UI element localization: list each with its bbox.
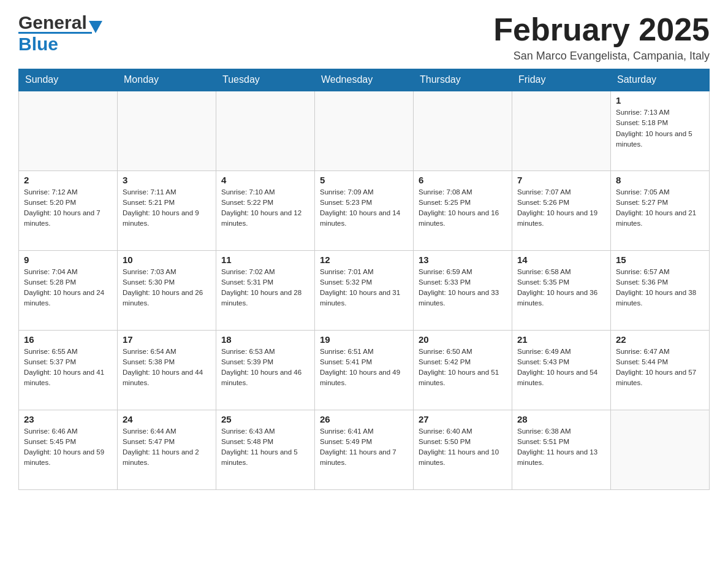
day-of-week-tuesday: Tuesday — [216, 69, 315, 91]
day-number: 20 — [419, 334, 507, 345]
day-number: 22 — [616, 334, 704, 345]
day-info: Sunrise: 6:46 AMSunset: 5:45 PMDaylight:… — [24, 426, 112, 469]
day-info: Sunrise: 6:44 AMSunset: 5:47 PMDaylight:… — [123, 426, 211, 469]
calendar-day-cell: 5Sunrise: 7:09 AMSunset: 5:23 PMDaylight… — [315, 170, 414, 250]
calendar-week-row: 9Sunrise: 7:04 AMSunset: 5:28 PMDaylight… — [19, 250, 710, 330]
day-number: 23 — [24, 414, 112, 424]
calendar-day-cell: 12Sunrise: 7:01 AMSunset: 5:32 PMDayligh… — [315, 250, 414, 330]
day-number: 10 — [123, 255, 211, 265]
calendar-week-row: 2Sunrise: 7:12 AMSunset: 5:20 PMDaylight… — [19, 170, 710, 250]
day-number: 16 — [24, 334, 112, 345]
day-info: Sunrise: 7:10 AMSunset: 5:22 PMDaylight:… — [221, 187, 309, 229]
day-info: Sunrise: 6:58 AMSunset: 5:35 PMDaylight:… — [517, 267, 605, 309]
calendar-day-cell: 6Sunrise: 7:08 AMSunset: 5:25 PMDaylight… — [414, 170, 512, 250]
calendar-day-cell: 27Sunrise: 6:40 AMSunset: 5:50 PMDayligh… — [414, 410, 512, 489]
day-number: 28 — [517, 414, 605, 424]
day-number: 2 — [24, 175, 112, 185]
day-number: 15 — [616, 255, 704, 265]
calendar-day-cell: 16Sunrise: 6:55 AMSunset: 5:37 PMDayligh… — [19, 330, 118, 410]
day-of-week-wednesday: Wednesday — [315, 69, 414, 91]
day-number: 24 — [123, 414, 211, 424]
calendar-day-cell: 3Sunrise: 7:11 AMSunset: 5:21 PMDaylight… — [118, 170, 216, 250]
day-info: Sunrise: 6:54 AMSunset: 5:38 PMDaylight:… — [123, 347, 211, 389]
calendar-day-cell — [118, 91, 216, 170]
day-info: Sunrise: 7:04 AMSunset: 5:28 PMDaylight:… — [24, 267, 112, 309]
day-number: 9 — [24, 255, 112, 265]
calendar-day-cell: 26Sunrise: 6:41 AMSunset: 5:49 PMDayligh… — [315, 410, 414, 489]
day-number: 6 — [419, 175, 507, 185]
logo: General Blue — [18, 12, 102, 55]
day-info: Sunrise: 6:51 AMSunset: 5:41 PMDaylight:… — [320, 347, 408, 389]
calendar-day-cell: 23Sunrise: 6:46 AMSunset: 5:45 PMDayligh… — [19, 410, 118, 489]
day-info: Sunrise: 6:50 AMSunset: 5:42 PMDaylight:… — [419, 347, 507, 389]
day-number: 13 — [419, 255, 507, 265]
day-of-week-saturday: Saturday — [611, 69, 710, 91]
day-number: 1 — [616, 95, 704, 105]
day-info: Sunrise: 7:11 AMSunset: 5:21 PMDaylight:… — [123, 187, 211, 229]
calendar-week-row: 23Sunrise: 6:46 AMSunset: 5:45 PMDayligh… — [19, 410, 710, 489]
day-number: 27 — [419, 414, 507, 424]
day-number: 14 — [517, 255, 605, 265]
calendar-day-cell: 17Sunrise: 6:54 AMSunset: 5:38 PMDayligh… — [118, 330, 216, 410]
calendar-day-cell: 13Sunrise: 6:59 AMSunset: 5:33 PMDayligh… — [414, 250, 512, 330]
day-info: Sunrise: 6:59 AMSunset: 5:33 PMDaylight:… — [419, 267, 507, 309]
day-info: Sunrise: 7:08 AMSunset: 5:25 PMDaylight:… — [419, 187, 507, 229]
day-info: Sunrise: 6:47 AMSunset: 5:44 PMDaylight:… — [616, 347, 704, 389]
calendar-day-cell: 10Sunrise: 7:03 AMSunset: 5:30 PMDayligh… — [118, 250, 216, 330]
day-number: 11 — [221, 255, 309, 265]
day-info: Sunrise: 6:49 AMSunset: 5:43 PMDaylight:… — [517, 347, 605, 389]
title-area: February 2025 San Marco Evangelista, Cam… — [493, 12, 710, 63]
day-info: Sunrise: 7:05 AMSunset: 5:27 PMDaylight:… — [616, 187, 704, 229]
day-number: 5 — [320, 175, 408, 185]
day-number: 17 — [123, 334, 211, 345]
calendar-day-cell: 21Sunrise: 6:49 AMSunset: 5:43 PMDayligh… — [512, 330, 611, 410]
calendar-day-cell: 1Sunrise: 7:13 AMSunset: 5:18 PMDaylight… — [611, 91, 710, 170]
day-info: Sunrise: 7:03 AMSunset: 5:30 PMDaylight:… — [123, 267, 211, 309]
day-info: Sunrise: 6:57 AMSunset: 5:36 PMDaylight:… — [616, 267, 704, 309]
calendar-table: SundayMondayTuesdayWednesdayThursdayFrid… — [18, 69, 710, 490]
calendar-day-cell: 4Sunrise: 7:10 AMSunset: 5:22 PMDaylight… — [216, 170, 315, 250]
page-header: General Blue February 2025 San Marco Eva… — [18, 12, 710, 63]
day-number: 4 — [221, 175, 309, 185]
day-of-week-thursday: Thursday — [414, 69, 512, 91]
day-info: Sunrise: 6:53 AMSunset: 5:39 PMDaylight:… — [221, 347, 309, 389]
svg-marker-0 — [89, 21, 102, 33]
day-info: Sunrise: 7:13 AMSunset: 5:18 PMDaylight:… — [616, 107, 704, 150]
calendar-day-cell — [414, 91, 512, 170]
day-info: Sunrise: 6:41 AMSunset: 5:49 PMDaylight:… — [320, 426, 408, 469]
day-number: 25 — [221, 414, 309, 424]
day-info: Sunrise: 7:09 AMSunset: 5:23 PMDaylight:… — [320, 187, 408, 229]
calendar-header-row: SundayMondayTuesdayWednesdayThursdayFrid… — [19, 69, 710, 91]
logo-triangle-icon — [89, 21, 102, 33]
calendar-day-cell: 28Sunrise: 6:38 AMSunset: 5:51 PMDayligh… — [512, 410, 611, 489]
day-number: 21 — [517, 334, 605, 345]
day-info: Sunrise: 6:40 AMSunset: 5:50 PMDaylight:… — [419, 426, 507, 469]
day-number: 19 — [320, 334, 408, 345]
calendar-day-cell: 8Sunrise: 7:05 AMSunset: 5:27 PMDaylight… — [611, 170, 710, 250]
calendar-week-row: 16Sunrise: 6:55 AMSunset: 5:37 PMDayligh… — [19, 330, 710, 410]
day-number: 3 — [123, 175, 211, 185]
day-info: Sunrise: 7:02 AMSunset: 5:31 PMDaylight:… — [221, 267, 309, 309]
calendar-day-cell: 22Sunrise: 6:47 AMSunset: 5:44 PMDayligh… — [611, 330, 710, 410]
day-number: 7 — [517, 175, 605, 185]
day-info: Sunrise: 6:38 AMSunset: 5:51 PMDaylight:… — [517, 426, 605, 469]
day-of-week-sunday: Sunday — [19, 69, 118, 91]
location-text: San Marco Evangelista, Campania, Italy — [493, 50, 710, 63]
day-number: 8 — [616, 175, 704, 185]
calendar-day-cell — [611, 410, 710, 489]
logo-general-text: General — [18, 12, 87, 33]
day-info: Sunrise: 7:12 AMSunset: 5:20 PMDaylight:… — [24, 187, 112, 229]
logo-blue-text: Blue — [18, 34, 58, 54]
month-title: February 2025 — [493, 12, 710, 47]
day-info: Sunrise: 6:43 AMSunset: 5:48 PMDaylight:… — [221, 426, 309, 469]
day-number: 18 — [221, 334, 309, 345]
calendar-day-cell: 2Sunrise: 7:12 AMSunset: 5:20 PMDaylight… — [19, 170, 118, 250]
calendar-day-cell: 9Sunrise: 7:04 AMSunset: 5:28 PMDaylight… — [19, 250, 118, 330]
day-number: 26 — [320, 414, 408, 424]
calendar-day-cell: 14Sunrise: 6:58 AMSunset: 5:35 PMDayligh… — [512, 250, 611, 330]
day-info: Sunrise: 7:01 AMSunset: 5:32 PMDaylight:… — [320, 267, 408, 309]
calendar-day-cell: 20Sunrise: 6:50 AMSunset: 5:42 PMDayligh… — [414, 330, 512, 410]
calendar-day-cell: 11Sunrise: 7:02 AMSunset: 5:31 PMDayligh… — [216, 250, 315, 330]
calendar-day-cell — [512, 91, 611, 170]
calendar-day-cell — [216, 91, 315, 170]
